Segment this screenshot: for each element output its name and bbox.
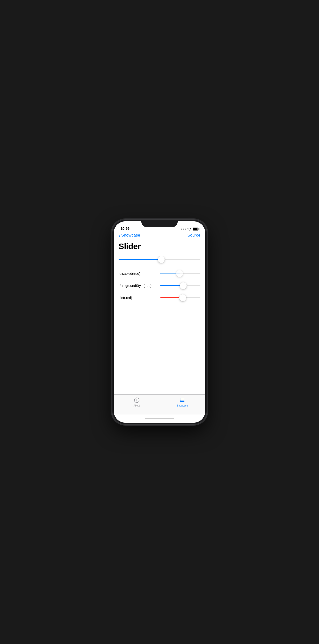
slider-foreground-thumb[interactable] — [180, 282, 186, 289]
slider-tint-row: .tint(.red) — [118, 294, 200, 302]
source-button[interactable]: Source — [187, 233, 200, 238]
slider-tint-thumb[interactable] — [179, 294, 186, 301]
about-icon: i — [134, 397, 140, 403]
slider-disabled-thumb — [176, 270, 183, 277]
tab-about[interactable]: i About — [114, 397, 160, 407]
tab-showcase-label: Showcase — [177, 404, 188, 407]
back-button[interactable]: ‹ Showcase — [118, 233, 140, 238]
slider-default-track — [118, 259, 200, 260]
notch — [141, 220, 178, 227]
slider-tint-label: .tint(.red) — [118, 296, 157, 300]
slider-foreground-track — [160, 285, 200, 286]
back-label: Showcase — [121, 233, 140, 238]
home-indicator — [114, 414, 205, 423]
status-time: 10:55 — [120, 226, 130, 230]
slider-default-fill — [118, 259, 161, 260]
slider-default-thumb[interactable] — [158, 256, 164, 263]
slider-foreground-row: .foregroundStyle(.red) — [118, 282, 200, 289]
page-title: Slider — [114, 240, 205, 256]
nav-bar: ‹ Showcase Source — [114, 232, 205, 240]
svg-point-5 — [180, 399, 180, 400]
home-bar — [145, 418, 174, 419]
slider-foreground-label: .foregroundStyle(.red) — [118, 284, 157, 288]
svg-point-6 — [180, 400, 180, 401]
wifi-icon — [187, 228, 191, 230]
chevron-left-icon: ‹ — [118, 233, 120, 238]
content-area: .disabled(true) .foregroundStyle(.red) — [114, 256, 205, 394]
phone-frame: 10:55 ‹ Showcase Source Slider — [112, 220, 207, 424]
status-icons — [181, 228, 198, 230]
svg-text:i: i — [136, 398, 137, 402]
tab-about-label: About — [134, 404, 140, 407]
slider-disabled-container — [160, 270, 200, 277]
tab-bar: i About Showcase — [114, 394, 205, 414]
phone-screen: 10:55 ‹ Showcase Source Slider — [114, 221, 205, 423]
signal-icon — [181, 228, 186, 230]
slider-foreground-container[interactable] — [160, 282, 200, 289]
battery-icon — [193, 228, 198, 230]
slider-disabled-label: .disabled(true) — [118, 272, 157, 276]
tab-showcase[interactable]: Showcase — [160, 397, 205, 407]
slider-default-container[interactable] — [118, 256, 200, 263]
slider-disabled-row: .disabled(true) — [118, 270, 200, 277]
showcase-icon — [179, 397, 186, 403]
slider-tint-container[interactable] — [160, 294, 200, 302]
slider-default — [118, 256, 200, 263]
slider-disabled-track — [160, 273, 200, 274]
slider-tint-track — [160, 297, 200, 298]
svg-point-7 — [180, 401, 180, 402]
